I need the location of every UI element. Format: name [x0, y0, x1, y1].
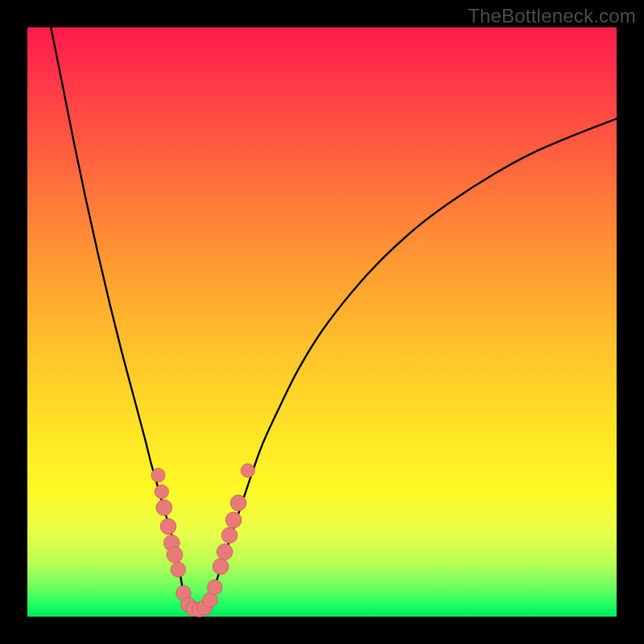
data-point [203, 592, 217, 607]
plot-area [27, 27, 617, 617]
data-point [171, 562, 185, 576]
chart-svg [27, 27, 617, 617]
chart-frame: TheBottleneck.com [0, 0, 644, 644]
data-point [160, 518, 176, 535]
data-point [225, 512, 242, 528]
data-point [230, 495, 246, 511]
data-point [217, 544, 233, 560]
data-point [213, 559, 229, 575]
data-point [155, 485, 168, 498]
data-point [156, 500, 172, 516]
data-point [208, 580, 222, 594]
data-point [221, 527, 237, 543]
data-point [167, 547, 183, 563]
data-point [241, 464, 254, 477]
data-point [151, 469, 165, 482]
watermark-text: TheBottleneck.com [468, 5, 636, 27]
bottleneck-curve [51, 27, 617, 611]
data-markers [151, 464, 254, 617]
